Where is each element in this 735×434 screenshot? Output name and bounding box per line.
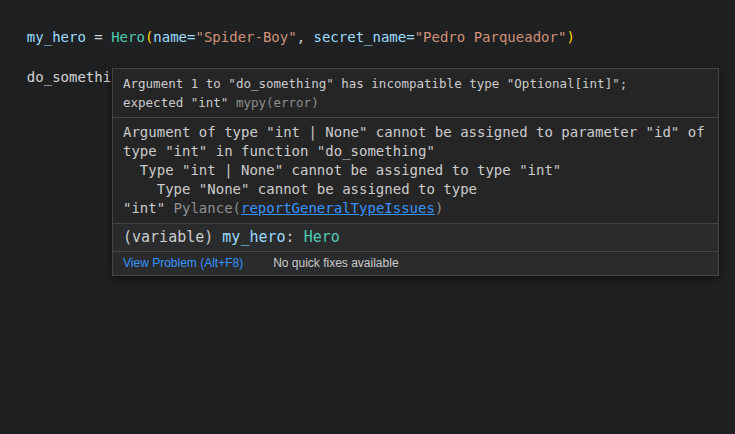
pylance-message-line-2: type "int" in function "do_something" xyxy=(123,142,708,161)
diagnostic-mypy-section: Argument 1 to "do_something" has incompa… xyxy=(113,69,718,117)
quick-fix-hint: No quick fixes available xyxy=(273,256,398,270)
pylance-source-close-paren: ) xyxy=(435,200,443,216)
editor-hover-tooltip: Argument 1 to "do_something" has incompa… xyxy=(112,68,719,276)
variable-name: my_hero xyxy=(222,228,285,246)
mypy-source-label: mypy(error) xyxy=(236,95,319,110)
token-assign-operator: = xyxy=(86,29,111,45)
variable-type-info-section: (variable) my_hero: Hero xyxy=(113,223,718,251)
variable-colon: : xyxy=(286,228,304,246)
token-string-pedro-parqueador: "Pedro Parqueador" xyxy=(415,29,567,45)
pylance-source-label: Pylance( xyxy=(174,200,241,216)
hover-status-bar: View Problem (Alt+F8) No quick fixes ava… xyxy=(113,251,718,275)
token-comma: , xyxy=(297,29,314,45)
view-problem-link[interactable]: View Problem (Alt+F8) xyxy=(123,256,243,270)
token-class-hero: Hero xyxy=(111,29,145,45)
token-kwarg-secret-name: secret_name= xyxy=(314,29,415,45)
token-kwarg-name: name= xyxy=(153,29,195,45)
code-line-hero-assignment[interactable]: my_hero = Hero(name="Spider-Boy", secret… xyxy=(10,7,575,47)
variable-type: Hero xyxy=(304,228,340,246)
pylance-message-line-4: Type "None" cannot be assigned to type xyxy=(123,180,708,199)
token-variable-my-hero: my_hero xyxy=(27,29,86,45)
variable-kind-label: (variable) xyxy=(123,228,222,246)
pylance-message-line-1: Argument of type "int | None" cannot be … xyxy=(123,123,708,142)
mypy-message-line-1: Argument 1 to "do_something" has incompa… xyxy=(123,74,708,93)
token-string-spider-boy: "Spider-Boy" xyxy=(195,29,296,45)
mypy-message-text: expected "int" xyxy=(123,95,236,110)
variable-type-info-line: (variable) my_hero: Hero xyxy=(123,228,708,247)
token-close-paren: ) xyxy=(566,29,574,45)
pylance-message-text: "int" xyxy=(123,200,174,216)
mypy-message-line-2: expected "int" mypy(error) xyxy=(123,93,708,112)
pylance-rule-link[interactable]: reportGeneralTypeIssues xyxy=(241,200,435,216)
pylance-message-line-5: "int" Pylance(reportGeneralTypeIssues) xyxy=(123,199,708,218)
pylance-message-line-3: Type "int | None" cannot be assigned to … xyxy=(123,161,708,180)
diagnostic-pylance-section: Argument of type "int | None" cannot be … xyxy=(113,117,718,223)
